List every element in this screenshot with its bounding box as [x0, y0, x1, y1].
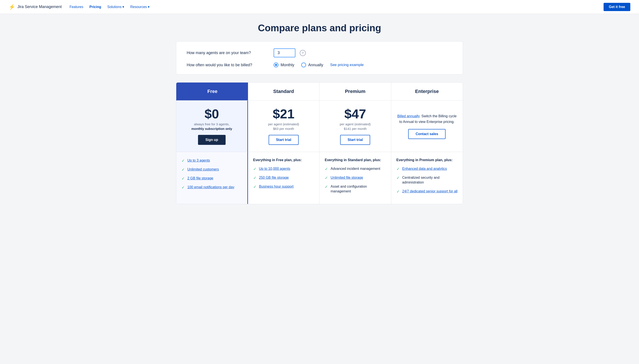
nav-solutions[interactable]: Solutions ▾: [107, 5, 124, 9]
standard-feature-1: ✓ Up to 10,000 agents: [253, 166, 314, 171]
nav-links: Features Pricing Solutions ▾ Resources ▾: [70, 5, 150, 9]
enterprise-features-section: Everything in Premium plan, plus: ✓ Enha…: [391, 152, 463, 204]
annually-option[interactable]: Annually: [301, 62, 323, 67]
premium-feature-2-text[interactable]: Unlimited file storage: [331, 175, 363, 180]
enterprise-price-section: Billed annually. Switch the Billing cycl…: [391, 100, 463, 152]
free-signup-button[interactable]: Sign up: [198, 135, 226, 145]
help-icon[interactable]: ?: [300, 50, 306, 56]
free-price-sub2: monthly subscription only: [181, 127, 242, 130]
standard-price-amount: $21: [253, 108, 314, 120]
enterprise-feature-1: ✓ Enhanced data and analytics: [397, 166, 458, 171]
premium-feature-1-text: Advanced incident management: [331, 166, 380, 171]
enterprise-feature-3: ✓ 24/7 dedicated senior support for all: [397, 189, 458, 194]
standard-price-sub1: per agent (estimated): [253, 122, 314, 126]
check-icon: ✓: [325, 184, 328, 189]
standard-plan-header: Standard: [248, 82, 320, 100]
standard-feature-2-text[interactable]: 250 GB file storage: [259, 175, 289, 180]
free-plan-header: Free: [176, 82, 248, 100]
standard-trial-button[interactable]: Start trial: [269, 135, 299, 145]
see-pricing-link[interactable]: See pricing example: [330, 63, 364, 67]
free-feature-3-text[interactable]: 2 GB file storage: [187, 176, 213, 181]
standard-features-section: Everything in Free plan, plus: ✓ Up to 1…: [248, 152, 320, 204]
check-icon: ✓: [397, 166, 400, 171]
enterprise-feature-2-text: Centralized security and administration: [402, 175, 458, 185]
standard-price-sub2: $63 per month: [253, 127, 314, 130]
pricing-table: Free Standard Premium Enterprise $0 alwa…: [176, 82, 463, 204]
enterprise-feature-3-text[interactable]: 24/7 dedicated senior support for all: [402, 189, 458, 194]
free-feature-1: ✓ Up to 3 agents: [181, 158, 242, 163]
enterprise-feature-1-text[interactable]: Enhanced data and analytics: [402, 166, 447, 171]
premium-price-sub1: per agent (estimated): [325, 122, 386, 126]
page-content: Compare plans and pricing How many agent…: [167, 14, 472, 204]
check-icon: ✓: [397, 189, 400, 194]
get-it-free-button[interactable]: Get it free: [603, 3, 630, 11]
premium-trial-button[interactable]: Start trial: [340, 135, 370, 145]
check-icon: ✓: [253, 184, 256, 189]
enterprise-features-title: Everything in Premium plan, plus:: [397, 158, 458, 162]
premium-plan-header: Premium: [320, 82, 391, 100]
check-icon: ✓: [253, 166, 256, 171]
monthly-option[interactable]: Monthly: [274, 62, 294, 67]
standard-features-title: Everything in Free plan, plus:: [253, 158, 314, 162]
filters-card: How many agents are on your team? ? How …: [176, 41, 463, 74]
logo-area: ⚡ Jira Service Management: [9, 4, 62, 10]
premium-features-section: Everything in Standard plan, plus: ✓ Adv…: [320, 152, 391, 204]
enterprise-note: Billed annually. Switch the Billing cycl…: [397, 113, 458, 124]
nav-resources[interactable]: Resources ▾: [130, 5, 149, 9]
agents-filter-row: How many agents are on your team? ?: [187, 48, 452, 57]
premium-feature-3-text: Asset and configuration management: [331, 184, 386, 194]
premium-features-title: Everything in Standard plan, plus:: [325, 158, 386, 162]
free-feature-2-text: Unlimited customers: [187, 167, 219, 172]
agents-label: How many agents are on your team?: [187, 50, 269, 55]
page-title: Compare plans and pricing: [176, 22, 463, 34]
standard-feature-3: ✓ Business hour support: [253, 184, 314, 189]
free-feature-4: ✓ 100 email notifications per day: [181, 185, 242, 190]
navbar-left: ⚡ Jira Service Management Features Prici…: [9, 4, 150, 10]
billed-annually-link[interactable]: Billed annually: [397, 114, 420, 118]
premium-price-sub2: $141 per month: [325, 127, 386, 130]
check-icon: ✓: [181, 167, 185, 172]
check-icon: ✓: [397, 176, 400, 180]
check-icon: ✓: [181, 158, 185, 163]
premium-feature-1: ✓ Advanced incident management: [325, 166, 386, 171]
agents-input[interactable]: [274, 48, 295, 57]
billing-options: Monthly Annually See pricing example: [274, 62, 364, 67]
free-feature-1-text[interactable]: Up to 3 agents: [187, 158, 210, 163]
free-feature-2: ✓ Unlimited customers: [181, 167, 242, 172]
free-price-amount: $0: [181, 108, 242, 120]
enterprise-plan-header: Enterprise: [391, 82, 463, 100]
premium-feature-2: ✓ Unlimited file storage: [325, 175, 386, 180]
monthly-radio[interactable]: [274, 62, 278, 67]
standard-feature-3-text[interactable]: Business hour support: [259, 184, 294, 189]
billing-filter-row: How often would you like to be billed? M…: [187, 62, 452, 67]
check-icon: ✓: [181, 176, 185, 181]
billing-label: How often would you like to be billed?: [187, 63, 269, 67]
enterprise-feature-2: ✓ Centralized security and administratio…: [397, 175, 458, 185]
premium-price-section: $47 per agent (estimated) $141 per month…: [320, 100, 391, 152]
check-icon: ✓: [181, 185, 185, 190]
lightning-icon: ⚡: [9, 4, 15, 10]
free-feature-4-text: 100 email notifications per day: [187, 185, 234, 190]
annually-radio[interactable]: [301, 62, 306, 67]
check-icon: ✓: [325, 176, 328, 180]
standard-price-section: $21 per agent (estimated) $63 per month …: [248, 100, 320, 152]
nav-features[interactable]: Features: [70, 5, 83, 9]
monthly-label: Monthly: [281, 63, 294, 67]
free-features-section: ✓ Up to 3 agents ✓ Unlimited customers ✓…: [176, 152, 248, 204]
enterprise-contact-button[interactable]: Contact sales: [408, 129, 446, 139]
premium-feature-3: ✓ Asset and configuration management: [325, 184, 386, 194]
standard-feature-2: ✓ 250 GB file storage: [253, 175, 314, 180]
nav-pricing[interactable]: Pricing: [89, 5, 101, 9]
chevron-down-icon: ▾: [122, 5, 124, 9]
annually-label: Annually: [308, 63, 323, 67]
navbar: ⚡ Jira Service Management Features Prici…: [0, 0, 639, 14]
free-price-sub1: always free for 3 agents,: [181, 122, 242, 126]
check-icon: ✓: [325, 166, 328, 171]
premium-price-amount: $47: [325, 108, 386, 120]
free-price-section: $0 always free for 3 agents, monthly sub…: [176, 100, 248, 152]
logo-text: Jira Service Management: [17, 4, 62, 9]
free-feature-3: ✓ 2 GB file storage: [181, 176, 242, 181]
chevron-down-icon: ▾: [148, 5, 150, 9]
standard-feature-1-text[interactable]: Up to 10,000 agents: [259, 166, 290, 171]
check-icon: ✓: [253, 176, 256, 180]
